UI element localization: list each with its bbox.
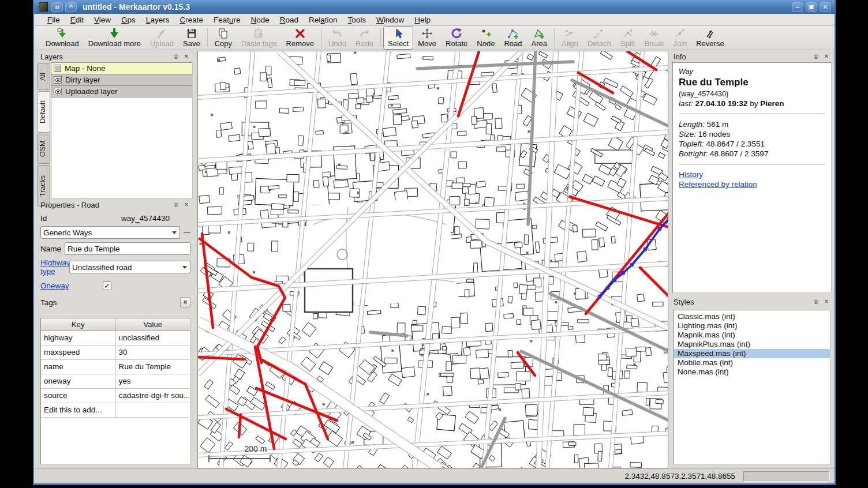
- map-rendering: 200 m: [198, 51, 668, 468]
- tag-cell[interactable]: unclassified: [116, 331, 190, 345]
- tag-row[interactable]: maxspeed30: [41, 346, 190, 360]
- tag-cell[interactable]: [116, 403, 190, 417]
- tag-cell[interactable]: Edit this to add...: [41, 403, 116, 417]
- menu-node[interactable]: Node: [245, 14, 274, 25]
- style-item[interactable]: None.mas (int): [674, 367, 830, 377]
- toolbar-button-label: Split: [620, 39, 635, 48]
- info-link-history[interactable]: History: [679, 170, 825, 179]
- tag-cell[interactable]: yes: [116, 374, 190, 388]
- tag-cell[interactable]: 30: [116, 346, 190, 359]
- close-icon[interactable]: ✕: [822, 298, 830, 306]
- layer-row-uploaded-layer[interactable]: Uploaded layer: [51, 86, 192, 97]
- layer-row-dirty-layer[interactable]: Dirty layer: [51, 74, 192, 86]
- layer-checkbox-icon[interactable]: [54, 65, 61, 72]
- menu-feature[interactable]: Feature: [208, 14, 246, 25]
- tag-cell[interactable]: cadastre-dgi-fr sou...: [116, 389, 190, 403]
- toolbar-button-area[interactable]: Area: [527, 26, 552, 50]
- menu-window[interactable]: Window: [371, 14, 409, 25]
- tags-column-key[interactable]: Key: [41, 318, 116, 331]
- menu-help[interactable]: Help: [409, 14, 436, 25]
- tag-row[interactable]: sourcecadastre-dgi-fr sou...: [41, 389, 190, 403]
- close-icon[interactable]: ✕: [182, 52, 190, 61]
- menu-view[interactable]: View: [89, 14, 116, 25]
- toolbar-button-break[interactable]: Break: [639, 26, 668, 50]
- tag-row[interactable]: nameRue du Temple: [41, 360, 190, 374]
- toolbar-button-copy[interactable]: Copy: [210, 26, 237, 50]
- tag-cell[interactable]: name: [41, 360, 116, 374]
- feature-type-select[interactable]: Generic Ways: [40, 226, 180, 239]
- tag-cell[interactable]: maxspeed: [41, 346, 116, 359]
- sticky-button[interactable]: o: [51, 2, 63, 12]
- oneway-link[interactable]: Oneway: [40, 281, 103, 290]
- toolbar-button-undo[interactable]: Undo: [324, 26, 351, 50]
- toolbar-button-road[interactable]: Road: [499, 26, 526, 50]
- toolbar-button-reverse[interactable]: Reverse: [691, 26, 728, 50]
- menu-gps[interactable]: Gps: [116, 14, 141, 25]
- tag-cell[interactable]: Rue du Temple: [116, 360, 190, 374]
- style-item[interactable]: Mobile.mas (int): [674, 358, 830, 367]
- menu-road[interactable]: Road: [275, 14, 304, 25]
- paste-tags-icon: [253, 28, 265, 39]
- visibility-eye-icon[interactable]: [54, 88, 62, 95]
- highway-type-link[interactable]: Highway type: [40, 258, 69, 276]
- toolbar-button-move[interactable]: Move: [413, 26, 441, 50]
- name-input[interactable]: [65, 242, 190, 255]
- layers-tab-all[interactable]: All: [37, 63, 50, 90]
- toolbar-button-node[interactable]: Node: [472, 26, 499, 50]
- toolbar-button-paste-tags[interactable]: Paste tags: [237, 26, 281, 50]
- float-icon[interactable]: ◎: [812, 298, 820, 306]
- toolbar-button-detach[interactable]: Detach: [583, 26, 616, 50]
- toolbar-button-select[interactable]: Select: [383, 26, 413, 50]
- shade-button[interactable]: ^: [65, 2, 77, 12]
- toolbar-button-remove[interactable]: Remove: [282, 26, 319, 50]
- menu-relation[interactable]: Relation: [304, 14, 343, 25]
- visibility-eye-icon[interactable]: [54, 76, 62, 84]
- info-link-referenced-by-relation[interactable]: Referenced by relation: [679, 180, 825, 189]
- menu-edit[interactable]: Edit: [65, 14, 89, 25]
- menu-create[interactable]: Create: [174, 14, 208, 25]
- toolbar-button-rotate[interactable]: Rotate: [441, 26, 472, 50]
- style-item[interactable]: Lighting.mas (int): [674, 321, 830, 331]
- float-icon[interactable]: ◎: [172, 201, 180, 209]
- style-item[interactable]: MapnikPlus.mas (int): [674, 340, 830, 349]
- copy-icon: [217, 28, 230, 39]
- menu-tools[interactable]: Tools: [343, 14, 372, 25]
- tag-row[interactable]: onewayyes: [41, 374, 190, 389]
- close-button[interactable]: ✕: [820, 2, 831, 12]
- layers-tab-osm[interactable]: OSM: [37, 134, 50, 164]
- tag-cell[interactable]: highway: [41, 331, 116, 345]
- close-icon[interactable]: ✕: [182, 201, 190, 209]
- oneway-checkbox[interactable]: ✓: [103, 281, 111, 290]
- menu-file[interactable]: File: [42, 14, 65, 25]
- float-icon[interactable]: ◎: [812, 52, 820, 61]
- toolbar-button-download-more[interactable]: Download more: [84, 26, 145, 50]
- maximize-button[interactable]: ▣: [806, 2, 817, 12]
- toolbar-button-join[interactable]: Join: [668, 26, 691, 50]
- highway-type-select[interactable]: Unclassified road: [69, 261, 190, 273]
- toolbar-button-redo[interactable]: Redo: [351, 26, 378, 50]
- info-panel-title: Info: [674, 52, 810, 61]
- tags-column-value[interactable]: Value: [116, 318, 190, 331]
- map-canvas[interactable]: 200 m: [197, 51, 668, 468]
- toolbar-button-save[interactable]: Save: [178, 26, 205, 50]
- toolbar-button-upload[interactable]: Upload: [145, 26, 178, 50]
- minimize-button[interactable]: –: [792, 2, 803, 12]
- toolbar-button-download[interactable]: Download: [41, 26, 84, 50]
- tag-cell[interactable]: oneway: [41, 374, 116, 388]
- toolbar-button-split[interactable]: Split: [616, 26, 639, 50]
- menu-layers[interactable]: Layers: [141, 14, 175, 25]
- style-item[interactable]: Classic.mas (int): [674, 312, 830, 321]
- style-item[interactable]: Maxspeed.mas (int): [674, 349, 830, 358]
- tag-cell[interactable]: source: [41, 389, 116, 403]
- move-icon: [421, 28, 433, 39]
- tag-row[interactable]: highwayunclassified: [41, 331, 190, 346]
- close-icon[interactable]: ✕: [822, 52, 830, 61]
- layers-tab-default[interactable]: Default: [37, 91, 50, 133]
- toolbar-button-align[interactable]: Align: [557, 26, 583, 50]
- layer-row-map-none[interactable]: Map - None: [51, 63, 192, 74]
- tags-close-button[interactable]: ×: [180, 297, 190, 307]
- style-item[interactable]: Mapnik.mas (int): [674, 331, 830, 340]
- rotate-icon: [450, 28, 463, 39]
- tag-row[interactable]: Edit this to add...: [41, 403, 190, 418]
- float-icon[interactable]: ◎: [172, 52, 180, 61]
